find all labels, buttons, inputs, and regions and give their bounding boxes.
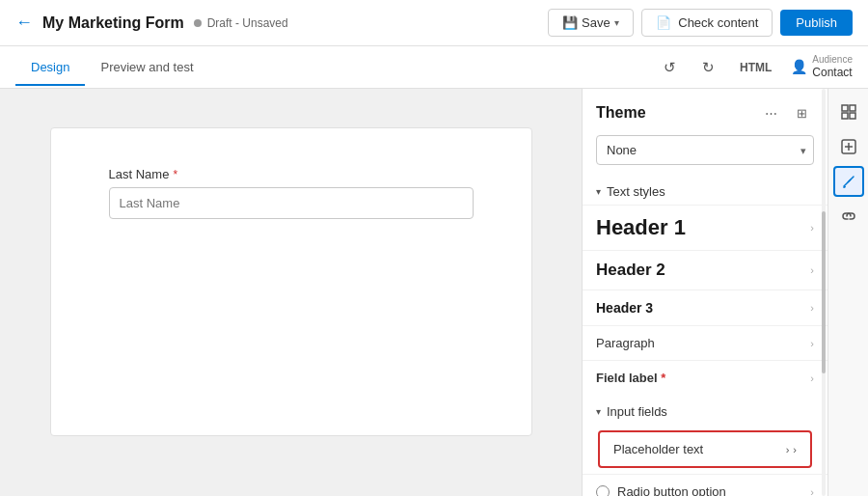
- svg-line-7: [848, 179, 851, 182]
- theme-title: Theme: [596, 104, 646, 122]
- input-fields-label: Input fields: [607, 404, 667, 419]
- save-chevron: ▾: [614, 17, 619, 28]
- svg-rect-0: [842, 105, 848, 111]
- placeholder-row-wrapper: Placeholder text › ›: [583, 425, 827, 474]
- topbar-left: ← My Marketing Form Draft - Unsaved: [15, 13, 536, 33]
- placeholder-row-inner: Placeholder text: [613, 442, 786, 456]
- audience-text: Audience Contact: [812, 54, 853, 79]
- theme-header: Theme ⋯ ⊞: [596, 100, 814, 125]
- link-icon: [841, 208, 856, 224]
- scrollbar-thumb[interactable]: [822, 211, 826, 374]
- audience-value: Contact: [812, 66, 853, 79]
- paragraph-chevron: ›: [810, 338, 814, 349]
- theme-header-icons: ⋯ ⊞: [758, 100, 814, 125]
- tabsbar-left: Design Preview and test: [15, 50, 657, 85]
- placeholder-dropdown-chevron: ›: [786, 444, 790, 455]
- redo-button[interactable]: ↻: [695, 54, 722, 81]
- placeholder-expand-chevron: ›: [793, 444, 797, 455]
- input-fields-section-header[interactable]: ▾ Input fields: [583, 399, 827, 425]
- html-button[interactable]: HTML: [734, 57, 777, 78]
- header3-chevron: ›: [810, 302, 814, 314]
- form-canvas: Last Name *: [50, 127, 532, 436]
- header3-row[interactable]: Header 3 ›: [583, 289, 827, 325]
- scrollbar-track: [822, 89, 826, 496]
- brush-icon: [841, 174, 856, 189]
- last-name-field-group: Last Name *: [109, 167, 474, 219]
- draft-label: Draft - Unsaved: [207, 16, 288, 30]
- header1-chevron: ›: [810, 222, 814, 234]
- last-name-input[interactable]: [109, 187, 474, 219]
- topbar: ← My Marketing Form Draft - Unsaved 💾 Sa…: [0, 0, 868, 46]
- canvas-area: Last Name *: [0, 89, 582, 496]
- tabsbar-right: ↺ ↻ HTML 👤 Audience Contact: [657, 54, 853, 81]
- add-icon-button[interactable]: [833, 131, 864, 162]
- svg-rect-2: [842, 113, 848, 119]
- draft-badge: Draft - Unsaved: [194, 16, 288, 30]
- save-icon: 💾: [562, 15, 578, 30]
- brush-icon-button[interactable]: [833, 166, 864, 197]
- icon-sidebar: [827, 89, 868, 496]
- theme-dropdown-wrapper: None ▾: [596, 135, 814, 165]
- main-layout: Last Name * Theme ⋯ ⊞ None ▾: [0, 89, 868, 496]
- input-fields-section: ▾ Input fields Placeholder text › › Radi…: [583, 399, 827, 496]
- header2-row[interactable]: Header 2 ›: [583, 250, 827, 289]
- publish-button[interactable]: Publish: [780, 10, 853, 36]
- tab-preview-and-test[interactable]: Preview and test: [85, 50, 208, 86]
- page-title: My Marketing Form: [42, 14, 184, 32]
- link-icon-button[interactable]: [833, 201, 864, 232]
- text-styles-chevron: ▾: [596, 186, 601, 197]
- audience-selector[interactable]: 👤 Audience Contact: [789, 54, 853, 79]
- audience-icon: 👤: [789, 57, 808, 76]
- radio-circle-icon: [596, 485, 610, 497]
- tab-design[interactable]: Design: [15, 50, 85, 86]
- radio-chevron: ›: [810, 486, 814, 497]
- field-label-text: Field label *: [596, 371, 665, 385]
- check-content-label: Check content: [678, 15, 758, 30]
- add-icon: [841, 139, 856, 154]
- theme-section: Theme ⋯ ⊞ None ▾: [583, 89, 827, 165]
- back-button[interactable]: ←: [15, 13, 33, 33]
- field-label-row[interactable]: Field label * ›: [583, 360, 827, 395]
- audience-label: Audience: [812, 54, 853, 66]
- input-fields-chevron: ▾: [596, 406, 601, 417]
- theme-expand-button[interactable]: ⊞: [789, 100, 814, 125]
- svg-rect-3: [850, 113, 855, 119]
- last-name-label: Last Name *: [109, 167, 474, 181]
- field-label-chevron: ›: [810, 372, 814, 384]
- topbar-actions: 💾 Save ▾ 📄 Check content Publish: [548, 9, 853, 37]
- theme-more-button[interactable]: ⋯: [758, 100, 783, 125]
- save-label: Save: [582, 15, 610, 30]
- header3-label: Header 3: [596, 300, 653, 316]
- paragraph-label: Paragraph: [596, 336, 655, 350]
- text-styles-label: Text styles: [607, 184, 665, 199]
- placeholder-label: Placeholder text: [613, 442, 703, 456]
- save-button[interactable]: 💾 Save ▾: [548, 9, 634, 37]
- text-styles-section-header[interactable]: ▾ Text styles: [583, 179, 827, 205]
- right-panel: Theme ⋯ ⊞ None ▾ ▾ Text styles Header 1 …: [582, 89, 827, 496]
- theme-dropdown[interactable]: None: [596, 135, 814, 165]
- draft-dot: [194, 19, 202, 27]
- placeholder-text-row[interactable]: Placeholder text › ›: [598, 430, 812, 468]
- radio-inner: Radio button option: [596, 484, 726, 496]
- radio-label: Radio button option: [617, 484, 726, 496]
- layout-icon-button[interactable]: [833, 96, 864, 127]
- header1-row[interactable]: Header 1 ›: [583, 205, 827, 250]
- header1-label: Header 1: [596, 215, 686, 240]
- radio-button-row[interactable]: Radio button option ›: [583, 474, 827, 496]
- layout-icon: [841, 104, 856, 120]
- header2-chevron: ›: [810, 264, 814, 276]
- header2-label: Header 2: [596, 261, 665, 280]
- tabsbar: Design Preview and test ↺ ↻ HTML 👤 Audie…: [0, 46, 868, 89]
- check-content-button[interactable]: 📄 Check content: [641, 9, 773, 37]
- required-star: *: [173, 168, 177, 181]
- undo-button[interactable]: ↺: [657, 54, 684, 81]
- paragraph-row[interactable]: Paragraph ›: [583, 325, 827, 360]
- svg-rect-1: [850, 105, 855, 111]
- document-icon: 📄: [656, 15, 671, 30]
